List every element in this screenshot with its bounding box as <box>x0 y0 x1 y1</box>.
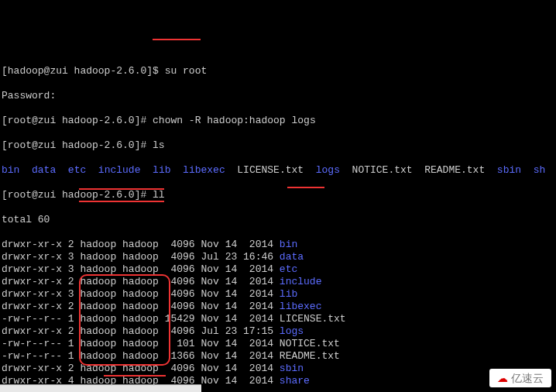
ls-item-bin: bin <box>2 164 19 176</box>
ll-perms: -rw-r--r-- 1 hadoop hadoop 101 Nov 14 20… <box>2 338 280 349</box>
ll-perms: drwxr-xr-x 3 hadoop hadoop 4096 Nov 14 2… <box>2 263 280 275</box>
ll-row: drwxr-xr-x 2 hadoop hadoop 4096 Jul 23 1… <box>2 325 554 338</box>
ls-item-notice: NOTICE.txt <box>352 164 413 176</box>
watermark-badge: ☁ 亿速云 <box>489 369 551 387</box>
ll-name: README.txt <box>280 350 340 362</box>
ls-item-lib: lib <box>153 164 170 176</box>
ll-perms: drwxr-xr-x 3 hadoop hadoop 4096 Nov 14 2… <box>2 288 280 300</box>
terminal-line: total 60 <box>2 214 554 226</box>
ll-row: -rw-r--r-- 1 hadoop hadoop 1366 Nov 14 2… <box>2 350 554 363</box>
ll-name: include <box>280 276 322 287</box>
ll-name: sbin <box>280 363 304 374</box>
ll-name: libexec <box>280 301 322 312</box>
ll-perms: -rw-r--r-- 1 hadoop hadoop 1366 Nov 14 2… <box>2 350 280 362</box>
ll-row: drwxr-xr-x 3 hadoop hadoop 4096 Nov 14 2… <box>2 263 554 276</box>
terminal-line: Password: <box>2 90 554 102</box>
ll-perms: drwxr-xr-x 2 hadoop hadoop 4096 Nov 14 2… <box>2 301 280 312</box>
ls-item-logs: logs <box>316 164 340 176</box>
ls-item-etc: etc <box>68 164 86 176</box>
ll-row: -rw-r--r-- 1 hadoop hadoop 15429 Nov 14 … <box>2 313 554 325</box>
ls-item-license: LICENSE.txt <box>237 164 304 176</box>
cloud-icon: ☁ <box>497 372 508 384</box>
ls-item-libexec: libexec <box>183 164 225 176</box>
ll-row: drwxr-xr-x 4 hadoop hadoop 4096 Nov 14 2… <box>2 375 554 387</box>
ll-name: NOTICE.txt <box>280 338 340 349</box>
ll-row: drwxr-xr-x 2 hadoop hadoop 4096 Nov 14 2… <box>2 276 554 288</box>
ll-name: logs <box>280 325 304 337</box>
ls-item-readme: README.txt <box>424 164 485 176</box>
terminal-line: [root@zui hadoop-2.6.0]# chown -R hadoop… <box>2 115 554 127</box>
terminal-line: [hadoop@zui hadoop-2.6.0]$ su root <box>2 65 554 77</box>
ll-perms: drwxr-xr-x 3 hadoop hadoop 4096 Jul 23 1… <box>2 251 280 263</box>
ls-item-share: sh <box>534 164 546 176</box>
command-chown: chown -R hadoop:hadoop logs <box>153 115 316 126</box>
annotation-underline-chown <box>153 39 201 40</box>
terminal-output[interactable]: [hadoop@zui hadoop-2.6.0]$ su root Passw… <box>0 50 556 392</box>
ll-name: etc <box>280 263 297 275</box>
ll-row: drwxr-xr-x 2 hadoop hadoop 4096 Nov 14 2… <box>2 363 554 375</box>
ls-item-sbin: sbin <box>497 164 521 176</box>
ll-name: LICENSE.txt <box>280 313 346 325</box>
ls-item-data: data <box>32 164 56 176</box>
ll-name: share <box>280 375 310 387</box>
ll-perms: drwxr-xr-x 2 hadoop hadoop 4096 Nov 14 2… <box>2 363 280 374</box>
terminal-line: [root@zui hadoop-2.6.0]# ls <box>2 139 554 152</box>
ll-row: drwxr-xr-x 3 hadoop hadoop 4096 Nov 14 2… <box>2 288 554 301</box>
ll-row: drwxr-xr-x 2 hadoop hadoop 4096 Nov 14 2… <box>2 239 554 251</box>
ll-perms: drwxr-xr-x 2 hadoop hadoop 4096 Nov 14 2… <box>2 239 280 250</box>
ll-name: lib <box>280 288 297 300</box>
ll-output: drwxr-xr-x 2 hadoop hadoop 4096 Nov 14 2… <box>2 239 554 387</box>
ll-perms: drwxr-xr-x 2 hadoop hadoop 4096 Jul 23 1… <box>2 325 280 337</box>
ls-output: bin data etc include lib libexec LICENSE… <box>2 164 554 177</box>
ls-item-include: include <box>98 164 141 176</box>
terminal-line: [root@zui hadoop-2.6.0]# ll <box>2 189 554 201</box>
ll-row: -rw-r--r-- 1 hadoop hadoop 101 Nov 14 20… <box>2 338 554 350</box>
ll-perms: drwxr-xr-x 4 hadoop hadoop 4096 Nov 14 2… <box>2 375 280 387</box>
ll-row: drwxr-xr-x 2 hadoop hadoop 4096 Nov 14 2… <box>2 301 554 313</box>
prompt: [root@zui hadoop-2.6.0]# <box>2 115 153 126</box>
ll-name: data <box>280 251 304 263</box>
ll-row: drwxr-xr-x 3 hadoop hadoop 4096 Jul 23 1… <box>2 251 554 263</box>
ll-perms: -rw-r--r-- 1 hadoop hadoop 15429 Nov 14 … <box>2 313 280 325</box>
ll-name: bin <box>280 239 297 250</box>
watermark-text: 亿速云 <box>511 372 544 384</box>
ll-perms: drwxr-xr-x 2 hadoop hadoop 4096 Nov 14 2… <box>2 276 280 287</box>
